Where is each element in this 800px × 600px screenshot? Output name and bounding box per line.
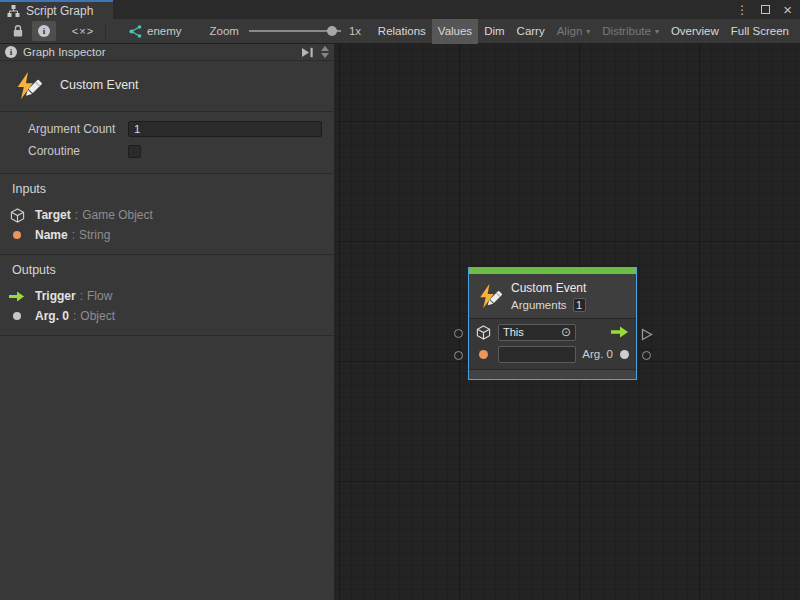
dock-panel-icon[interactable] bbox=[301, 47, 314, 58]
output-type: Object bbox=[80, 309, 115, 323]
distribute-button[interactable]: Distribute ▾ bbox=[596, 19, 665, 44]
event-summary: Custom Event bbox=[0, 61, 334, 112]
align-button[interactable]: Align ▾ bbox=[551, 19, 597, 44]
name-input-field[interactable] bbox=[498, 346, 576, 363]
zoom-value: 1x bbox=[349, 25, 361, 37]
list-item: Target : Game Object bbox=[0, 205, 334, 225]
info-icon: i bbox=[5, 46, 17, 58]
event-title: Custom Event bbox=[60, 78, 139, 92]
code-icon: <×> bbox=[72, 25, 94, 37]
separator: : bbox=[75, 208, 78, 222]
close-icon[interactable]: × bbox=[783, 2, 792, 17]
argument-count-label: Argument Count bbox=[28, 122, 128, 136]
panel-scrubber[interactable] bbox=[321, 46, 329, 58]
output-port-arg0[interactable] bbox=[642, 351, 651, 360]
info-icon: i bbox=[38, 25, 50, 37]
event-settings: Argument Count 1 Coroutine bbox=[0, 112, 334, 174]
value-port-icon bbox=[13, 231, 21, 239]
object-picker-icon[interactable]: ⊙ bbox=[561, 326, 571, 338]
relations-button[interactable]: Relations bbox=[372, 19, 432, 44]
zoom-control: Zoom 1x bbox=[210, 25, 362, 37]
input-type: String bbox=[79, 228, 110, 242]
tab-title: Script Graph bbox=[26, 4, 93, 18]
coroutine-row: Coroutine bbox=[0, 141, 334, 161]
tab-script-graph[interactable]: Script Graph bbox=[0, 0, 113, 19]
graph-breadcrumb[interactable]: enemy bbox=[129, 25, 182, 38]
script-graph-icon bbox=[7, 5, 20, 17]
tab-bar: Script Graph ⋮ × bbox=[0, 0, 800, 19]
separator: : bbox=[80, 289, 83, 303]
list-item: Trigger : Flow bbox=[0, 286, 334, 306]
maximize-icon[interactable] bbox=[761, 5, 770, 14]
full-screen-label: Full Screen bbox=[731, 25, 789, 37]
outputs-section: Outputs Trigger : Flow Arg. 0 : Object bbox=[0, 255, 334, 336]
custom-event-node[interactable]: Custom Event Arguments 1 bbox=[468, 267, 637, 380]
dim-label: Dim bbox=[484, 25, 504, 37]
input-port-target[interactable] bbox=[454, 329, 463, 338]
outputs-heading: Outputs bbox=[12, 263, 334, 277]
flow-arrow-icon bbox=[9, 291, 25, 302]
lock-icon bbox=[12, 24, 24, 38]
coroutine-checkbox[interactable] bbox=[128, 145, 141, 158]
graph-name: enemy bbox=[147, 25, 182, 37]
toolbar-separator bbox=[105, 23, 106, 39]
flow-arrow-icon bbox=[611, 326, 629, 338]
chevron-down-icon: ▾ bbox=[655, 27, 659, 36]
graph-ref-icon bbox=[129, 25, 142, 38]
graph-inspector-title: Graph Inspector bbox=[23, 46, 105, 58]
inputs-section: Inputs Target : Game Object Name : Strin… bbox=[0, 174, 334, 255]
output-name: Arg. 0 bbox=[35, 309, 69, 323]
node-footer bbox=[469, 369, 636, 379]
cube-icon bbox=[10, 208, 25, 223]
zoom-slider[interactable] bbox=[249, 25, 341, 37]
output-type: Flow bbox=[87, 289, 112, 303]
input-type: Game Object bbox=[82, 208, 153, 222]
input-name: Name bbox=[35, 228, 68, 242]
zoom-slider-handle[interactable] bbox=[327, 26, 337, 36]
list-item: Name : String bbox=[0, 225, 334, 245]
graph-inspector-header: i Graph Inspector bbox=[0, 44, 334, 61]
values-button[interactable]: Values bbox=[432, 19, 478, 44]
toolbar-buttons: Relations Values Dim Carry Align ▾ Distr… bbox=[372, 19, 795, 44]
arguments-count-field[interactable]: 1 bbox=[573, 298, 586, 312]
lock-button[interactable] bbox=[6, 21, 30, 41]
target-row: This ⊙ bbox=[469, 321, 636, 343]
inputs-heading: Inputs bbox=[12, 182, 334, 196]
graph-inspector-panel: i Graph Inspector bbox=[0, 44, 335, 600]
window-controls: ⋮ × bbox=[736, 0, 792, 19]
carry-button[interactable]: Carry bbox=[511, 19, 551, 44]
target-value: This bbox=[503, 326, 561, 338]
node-header[interactable]: Custom Event Arguments 1 bbox=[469, 274, 636, 318]
graph-canvas[interactable]: Custom Event Arguments 1 bbox=[335, 44, 800, 600]
chevron-up-icon bbox=[321, 46, 329, 51]
input-name: Target bbox=[35, 208, 71, 222]
distribute-label: Distribute bbox=[602, 25, 651, 37]
graph-toolbar: i <×> enemy Zoom 1x Relat bbox=[0, 19, 800, 44]
overview-label: Overview bbox=[671, 25, 719, 37]
values-label: Values bbox=[438, 25, 472, 37]
overview-button[interactable]: Overview bbox=[665, 19, 725, 44]
list-item: Arg. 0 : Object bbox=[0, 306, 334, 326]
separator: : bbox=[73, 309, 76, 323]
chevron-down-icon bbox=[321, 53, 329, 58]
node-body: This ⊙ Arg. 0 bbox=[469, 318, 636, 365]
window-menu-icon[interactable]: ⋮ bbox=[736, 4, 748, 16]
chevron-down-icon: ▾ bbox=[586, 27, 590, 36]
code-preview-button[interactable]: <×> bbox=[71, 21, 95, 41]
arg0-row: Arg. 0 bbox=[469, 343, 636, 365]
input-port-name[interactable] bbox=[454, 351, 463, 360]
custom-event-icon bbox=[476, 283, 503, 310]
output-name: Trigger bbox=[35, 289, 76, 303]
target-object-field[interactable]: This ⊙ bbox=[498, 324, 576, 341]
arg0-label: Arg. 0 bbox=[582, 348, 613, 360]
argument-count-input[interactable]: 1 bbox=[128, 121, 322, 137]
arguments-label: Arguments bbox=[511, 299, 567, 311]
custom-event-icon bbox=[13, 71, 43, 101]
output-port-trigger[interactable] bbox=[641, 328, 653, 341]
argument-count-row: Argument Count 1 bbox=[0, 119, 334, 139]
full-screen-button[interactable]: Full Screen bbox=[725, 19, 795, 44]
inspector-header-controls bbox=[301, 46, 329, 58]
dim-button[interactable]: Dim bbox=[478, 19, 510, 44]
inspector-toggle-button[interactable]: i bbox=[32, 21, 56, 41]
align-label: Align bbox=[557, 25, 583, 37]
